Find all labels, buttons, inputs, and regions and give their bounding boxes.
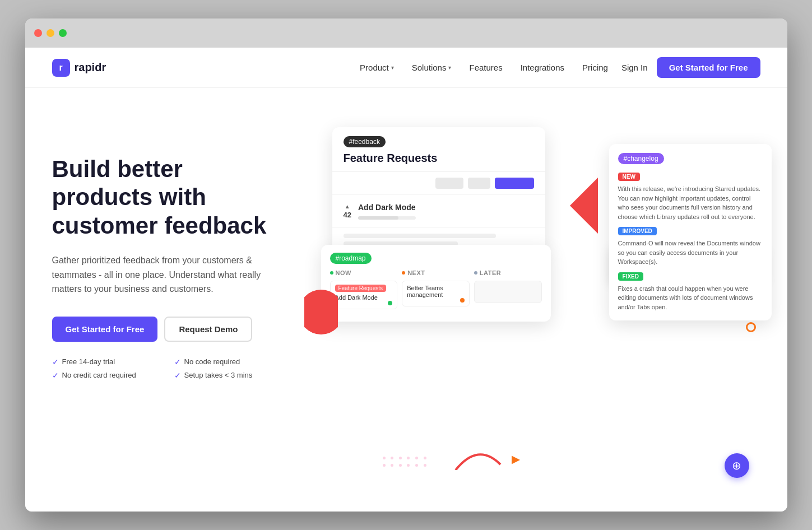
changelog-new-text: With this release, we're introducing Sta… [618,184,763,221]
col-header-next: NEXT [402,269,470,276]
chevron-down-icon: ▾ [448,64,451,71]
toolbar-cta [495,178,534,189]
feature-item-4: ✓ Setup takes < 3 mins [174,371,287,380]
nav-links: Product ▾ Solutions ▾ Features [360,63,608,72]
card-title: Feature Requests [344,152,534,165]
item-title: Add Dark Mode [358,203,416,212]
nav-item-solutions[interactable]: Solutions ▾ [412,63,452,72]
feature-item-1: ✓ Free 14-day trial [52,357,165,366]
check-icon: ✓ [52,357,59,366]
orange-arrow: ▶ [512,453,519,466]
toolbar-sort [468,178,490,189]
col-dot-later [474,271,477,275]
nav-link-pricing[interactable]: Pricing [582,63,608,72]
col-dot-next [402,271,405,275]
navbar-cta-button[interactable]: Get Started for Free [657,57,760,78]
fixed-badge: FIXED [618,272,643,281]
card-item: ▲ 42 Add Dark Mode [332,195,545,228]
hero-cta-secondary-button[interactable]: Request Demo [164,317,252,342]
maximize-button[interactable] [59,29,67,37]
card-header: #feedback Feature Requests [332,127,545,172]
changelog-improved-section: IMPROVED Command-O will now reveal the D… [618,221,763,267]
close-button[interactable] [34,29,42,37]
svg-point-1 [304,290,338,334]
hero-buttons: Get Started for Free Request Demo [52,317,287,342]
item-bar-fill [358,216,398,220]
nav-link-solutions[interactable]: Solutions ▾ [412,63,452,72]
roadmap-card: #roadmap NOW Feature Requests [321,245,551,322]
nav-item-integrations[interactable]: Integrations [521,63,564,72]
roadmap-col-now: NOW Feature Requests Add Dark Mode [330,269,398,313]
roadmap-columns: NOW Feature Requests Add Dark Mode [321,269,551,322]
changelog-new-section: NEW With this release, we're introducing… [618,171,763,221]
red-triangle [570,178,598,236]
changelog-tag: #changelog [618,153,664,164]
logo-icon: r [52,59,70,77]
orange-circle-decoration [746,322,756,332]
check-icon: ✓ [174,357,181,366]
col-dot-now [330,271,333,275]
nav-item-pricing[interactable]: Pricing [582,63,608,72]
feature-requests-card: #feedback Feature Requests ▲ 42 [332,127,545,252]
browser-chrome [25,18,787,48]
support-button[interactable]: ⊕ [725,453,749,478]
roadmap-col-next: NEXT Better Teams management [402,269,470,313]
toolbar-filter [435,178,463,189]
logo-text: rapidr [75,61,106,74]
item-bar [358,216,416,220]
red-decoration-bottom [450,436,506,472]
hero-title: Build better products with customer feed… [52,155,287,240]
changelog-fixed-text: Fixes a crash that could happen when you… [618,284,763,312]
hero-section: Build better products with customer feed… [25,88,787,512]
browser-window: r rapidr Product ▾ Solutions ▾ [25,18,787,512]
check-icon: ✓ [174,371,181,380]
roadmap-item-dark-mode: Feature Requests Add Dark Mode [330,281,398,309]
hero-left: Build better products with customer feed… [52,122,287,489]
nav-link-integrations[interactable]: Integrations [521,63,564,72]
nav-item-features[interactable]: Features [469,63,502,72]
col-header-now: NOW [330,269,398,276]
nav-link-features[interactable]: Features [469,63,502,72]
new-badge: NEW [618,173,640,181]
chevron-down-icon: ▾ [391,64,394,71]
minimize-button[interactable] [47,29,54,37]
item-status-dot [388,301,392,305]
feedback-tag: #feedback [344,136,386,147]
feature-item-2: ✓ No credit card required [52,371,165,380]
item-status-dot [460,298,465,303]
roadmap-tag: #roadmap [330,253,372,264]
card-toolbar [332,172,545,195]
dots-pattern-bottom [383,457,428,467]
signin-link[interactable]: Sign In [621,63,648,72]
feature-item-3: ✓ No code required [174,357,287,366]
check-icon: ✓ [52,371,59,380]
roadmap-col-later: LATER [474,269,542,313]
changelog-improved-text: Command-O will now reveal the Documents … [618,239,763,267]
logo[interactable]: r rapidr [52,59,106,77]
vote-section: ▲ 42 Add Dark Mode [344,203,534,220]
nav-link-product[interactable]: Product ▾ [360,63,394,72]
changelog-fixed-section: FIXED Fixes a crash that could happen wh… [618,267,763,312]
navbar: r rapidr Product ▾ Solutions ▾ [25,48,787,88]
hero-features: ✓ Free 14-day trial ✓ No code required ✓… [52,357,287,380]
hero-subtitle: Gather prioritized feedback from your cu… [52,253,265,296]
svg-marker-0 [570,178,598,234]
roadmap-item-teams: Better Teams management [402,281,470,306]
upvote-arrow[interactable]: ▲ [345,203,350,210]
feature-requests-badge: Feature Requests [335,285,387,292]
roadmap-later-empty [474,281,542,303]
item-info: Add Dark Mode [358,203,416,220]
browser-content: r rapidr Product ▾ Solutions ▾ [25,48,787,512]
col-header-later: LATER [474,269,542,276]
nav-item-product[interactable]: Product ▾ [360,63,394,72]
hero-right: #feedback Feature Requests ▲ 42 [310,122,760,489]
improved-badge: IMPROVED [618,227,657,235]
hero-cta-primary-button[interactable]: Get Started for Free [52,317,158,342]
changelog-card: #changelog NEW With this release, we're … [609,144,772,320]
vote-count: ▲ 42 [344,203,351,219]
support-icon: ⊕ [732,459,741,472]
red-left-decoration [304,278,338,348]
vote-number: 42 [344,211,351,219]
